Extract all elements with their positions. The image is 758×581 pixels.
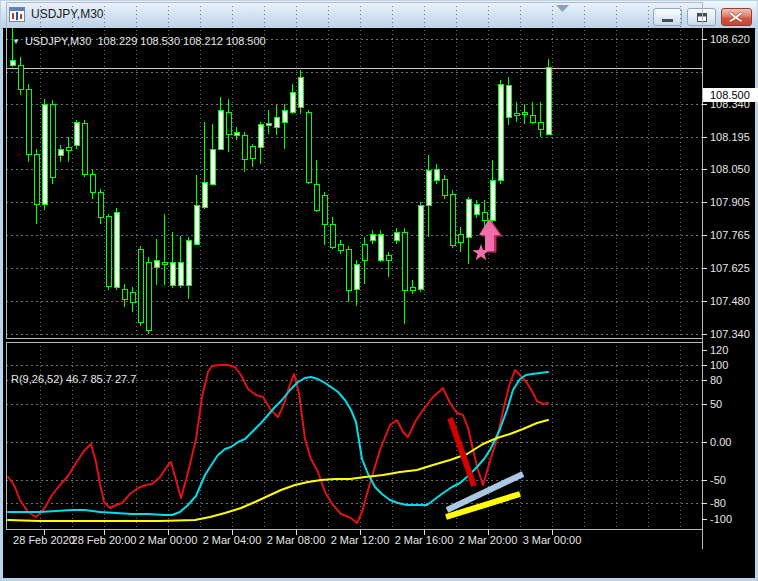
price-axis-label: 107.905 — [710, 196, 750, 208]
ohlc-values-label: 108.229 108.530 108.212 108.500 — [97, 35, 265, 47]
time-axis-label: 2 Mar 20:00 — [459, 534, 518, 546]
time-axis-label: 28 Feb 20:00 — [72, 534, 137, 546]
time-axis-label: 28 Feb 2020 — [13, 534, 75, 546]
indicator-label: R(9,26,52) 46.7 85.7 27.7 — [11, 373, 136, 385]
price-axis-label: 107.765 — [710, 229, 750, 241]
price-axis-label: 108.620 — [710, 33, 750, 45]
buy-arrow-icon[interactable] — [472, 219, 502, 260]
price-axis-label: 107.625 — [710, 262, 750, 274]
price-axis-label: 107.480 — [710, 295, 750, 307]
time-axis-label: 2 Mar 12:00 — [331, 534, 390, 546]
oscillator-axis-label: -100 — [710, 513, 732, 525]
time-axis-label: 2 Mar 04:00 — [203, 534, 262, 546]
time-axis-label: 2 Mar 16:00 — [395, 534, 454, 546]
time-axis-label: 2 Mar 00:00 — [139, 534, 198, 546]
chart-window: USDJPY,M30 108.620108.340108.195108.0501… — [0, 0, 758, 581]
cyan-line — [8, 372, 548, 515]
bid-price-badge: 108.500 — [703, 88, 758, 102]
time-axis-label: 2 Mar 08:00 — [267, 534, 326, 546]
oscillator-axis-label: 120 — [710, 344, 728, 356]
price-axis-label: 108.195 — [710, 131, 750, 143]
price-axis-label: 107.340 — [710, 328, 750, 340]
price-axis[interactable]: 108.620108.340108.195108.050107.905107.7… — [702, 33, 750, 340]
oscillator-axis-label: 100 — [710, 359, 728, 371]
oscillator-axis-label: 50 — [710, 398, 722, 410]
chevron-down-icon[interactable]: ▼ — [12, 37, 20, 46]
symbol-timeframe-label: USDJPY,M30 — [25, 35, 91, 47]
oscillator-axis-label: -80 — [710, 497, 726, 509]
candles — [10, 28, 551, 334]
scroll-anchor-icon[interactable] — [556, 5, 569, 12]
chart-canvas[interactable]: 108.620108.340108.195108.050107.905107.7… — [0, 0, 758, 553]
oscillator-axis-label: 80 — [710, 374, 722, 386]
oscillator-axis-label: -50 — [710, 474, 726, 486]
time-axis[interactable]: 28 Feb 202028 Feb 20:002 Mar 00:002 Mar … — [13, 530, 581, 546]
chart-header: ▼USDJPY,M30 108.229 108.530 108.212 108.… — [12, 35, 266, 47]
time-axis-label: 3 Mar 00:00 — [523, 534, 582, 546]
price-axis-label: 108.050 — [710, 163, 750, 175]
oscillator-axis-label: 0.00 — [710, 436, 731, 448]
oscillator-axis[interactable]: 12010080500.00-50-80-100 — [702, 344, 732, 525]
